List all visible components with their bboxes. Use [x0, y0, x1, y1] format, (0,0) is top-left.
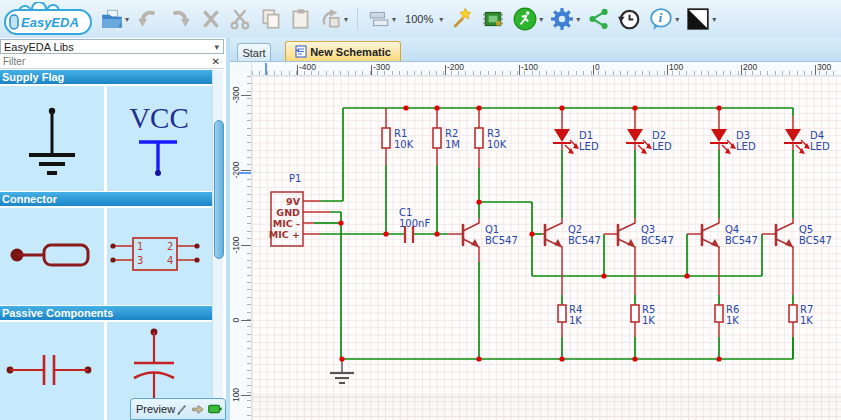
- resistor-R4[interactable]: R4 1K: [558, 304, 582, 326]
- library-item-ground[interactable]: [0, 86, 104, 191]
- schematic-drawing: P1 9V GND MIC - MIC + C1 100nF R1 10K: [252, 76, 841, 420]
- component-value: BC547: [725, 235, 758, 246]
- settings-button[interactable]: ▾: [548, 6, 581, 32]
- zoom-dropdown-arrow-icon[interactable]: ▾: [439, 15, 443, 24]
- pin-number: 3: [137, 255, 143, 266]
- cursor-position-marker: [265, 63, 267, 75]
- edit-pencil-icon[interactable]: [175, 401, 189, 417]
- zoom-level-value[interactable]: 100%: [405, 13, 433, 25]
- transistor-Q1[interactable]: Q1 BC547: [463, 223, 518, 247]
- resistor-R2[interactable]: R2 1M: [433, 128, 460, 150]
- library-item-capacitor[interactable]: [0, 322, 104, 420]
- component-ref: R1: [394, 128, 407, 139]
- connector-P1[interactable]: P1 9V GND MIC - MIC +: [269, 173, 303, 246]
- library-item-connector-1pin[interactable]: [0, 208, 104, 305]
- pin-number: 2: [167, 241, 173, 252]
- component-value: LED: [810, 141, 830, 152]
- capacitor-C1[interactable]: C1 100nF: [399, 207, 430, 243]
- pcb-chip-icon: [480, 7, 506, 31]
- sidebar-scrollbar[interactable]: [212, 70, 223, 420]
- component-ref: R7: [800, 304, 813, 315]
- paste-button[interactable]: [288, 6, 314, 32]
- transistor-Q4[interactable]: Q4 BC547: [702, 223, 758, 247]
- battery-icon[interactable]: [207, 401, 223, 417]
- toolbar-buttons: ▾: [99, 6, 717, 32]
- component-ref: D1: [579, 130, 593, 141]
- transistor-Q2[interactable]: Q2 BC547: [545, 223, 601, 247]
- v-ruler-label: 100: [231, 380, 241, 410]
- resistor-R5[interactable]: R5 1K: [631, 304, 655, 326]
- clear-filter-icon[interactable]: ✕: [212, 56, 220, 67]
- component-ref: C1: [399, 207, 412, 218]
- component-value: 1K: [642, 315, 655, 326]
- undo-button[interactable]: [134, 6, 162, 32]
- vertical-ruler: -300 -200 -100 0 100: [230, 76, 252, 420]
- h-ruler-label: 0: [595, 62, 600, 72]
- filter-input[interactable]: [0, 55, 212, 68]
- led-D2[interactable]: D2 LED: [626, 129, 672, 154]
- transistors: Q1 BC547 Q2 BC547 Q3 BC547: [463, 223, 832, 247]
- info-button[interactable]: i ▾: [647, 6, 680, 32]
- h-ruler-label: 100: [669, 62, 683, 72]
- section-header-supply-flag[interactable]: Supply Flag: [0, 70, 212, 84]
- easyeda-logo[interactable]: EasyEDA: [3, 2, 95, 36]
- component-value: 1M: [445, 139, 460, 150]
- tab-new-schematic[interactable]: New Schematic: [285, 41, 401, 61]
- toolbar-separator: [357, 8, 358, 30]
- led-D3[interactable]: D3 LED: [710, 129, 756, 154]
- h-ruler-label: -200: [447, 62, 464, 72]
- preview-icons: [175, 401, 223, 417]
- library-item-connector-4pin[interactable]: 1 2 3 4: [107, 208, 212, 305]
- wizard-button[interactable]: [447, 6, 475, 32]
- gear-icon: [549, 7, 575, 31]
- led-D1[interactable]: D1 LED: [553, 129, 599, 154]
- led-D4[interactable]: D4 LED: [784, 129, 830, 154]
- tab-start[interactable]: Start: [237, 43, 271, 61]
- resistor-R7[interactable]: R7 1K: [789, 304, 813, 326]
- history-clock-icon: [616, 7, 642, 31]
- dropdown-arrow-icon: ▾: [539, 15, 543, 24]
- libraries-sidebar: EasyEDA Libs ▾ ✕ Supply Flag VC: [0, 38, 226, 420]
- transistor-Q3[interactable]: Q3 BC547: [618, 223, 674, 247]
- redo-button[interactable]: [166, 6, 194, 32]
- component-value: 1K: [726, 315, 739, 326]
- preview-panel-header[interactable]: Preview: [130, 398, 226, 420]
- ground-symbol: [0, 86, 104, 191]
- section-header-passive[interactable]: Passive Components: [0, 306, 212, 320]
- h-ruler-label: -300: [373, 62, 390, 72]
- open-file-button[interactable]: ▾: [99, 6, 130, 32]
- libs-dropdown[interactable]: EasyEDA Libs ▾: [0, 39, 224, 54]
- layer-align-button[interactable]: ▾: [366, 6, 397, 32]
- pin-label: 9V: [286, 196, 301, 207]
- resistor-R6[interactable]: R6 1K: [715, 304, 739, 326]
- folder-open-icon: [100, 7, 124, 31]
- library-item-vcc[interactable]: VCC: [107, 86, 212, 191]
- copy-button[interactable]: [258, 6, 284, 32]
- delete-x-icon: [199, 7, 223, 31]
- theme-button[interactable]: ▾: [684, 6, 717, 32]
- share-button[interactable]: [585, 6, 611, 32]
- dropdown-arrow-icon: ▾: [675, 15, 679, 24]
- component-ref: Q1: [485, 224, 499, 235]
- connector-cells: 1 2 3 4: [0, 206, 212, 306]
- sheet-boundary: [252, 397, 841, 420]
- rotate-button[interactable]: ▾: [318, 6, 349, 32]
- run-simulation-button[interactable]: ▾: [511, 6, 544, 32]
- resistor-R1[interactable]: R1 10K: [382, 128, 414, 150]
- magic-wand-icon: [448, 7, 474, 31]
- easyeda-app-window: EasyEDA ▾: [0, 0, 841, 420]
- schematic-canvas[interactable]: P1 9V GND MIC - MIC + C1 100nF R1 10K: [252, 76, 841, 420]
- resistor-R3[interactable]: R3 10K: [475, 128, 507, 150]
- cut-button[interactable]: [228, 6, 254, 32]
- transistor-Q5[interactable]: Q5 BC547: [776, 223, 832, 247]
- pcb-button[interactable]: [479, 6, 507, 32]
- delete-button[interactable]: [198, 6, 224, 32]
- ground-symbol[interactable]: [330, 359, 354, 383]
- component-value: 10K: [394, 139, 414, 150]
- sidebar-scrollbar-thumb[interactable]: [214, 120, 224, 259]
- pan-arrow-icon[interactable]: [191, 401, 205, 417]
- vcc-label: VCC: [129, 102, 189, 134]
- history-button[interactable]: [615, 6, 643, 32]
- section-header-connector[interactable]: Connector: [0, 192, 212, 206]
- dropdown-arrow-icon: ▾: [576, 15, 580, 24]
